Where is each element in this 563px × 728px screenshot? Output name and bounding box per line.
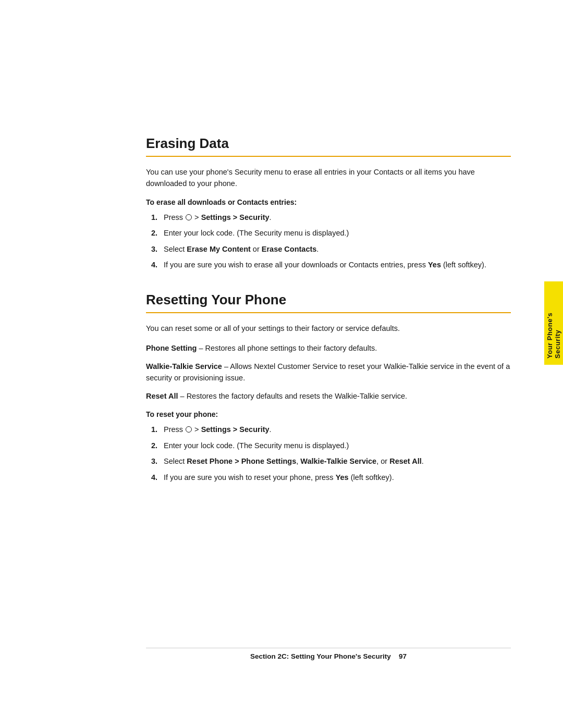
- page: Erasing Data You can use your phone's Se…: [0, 0, 563, 728]
- resetting-step-1: 1. Press > Settings > Security.: [151, 424, 511, 435]
- term-walkie-talkie: Walkie-Talkie Service: [146, 362, 222, 371]
- definition-phone-setting: Phone Setting – Restores all phone setti…: [146, 342, 511, 354]
- step-number: 3.: [151, 243, 157, 255]
- step-text-before: Select: [164, 245, 187, 253]
- step-text-after: .: [316, 245, 319, 253]
- erasing-sub-heading: To erase all downloads or Contacts entri…: [146, 198, 511, 206]
- resetting-step-2: 2. Enter your lock code. (The Security m…: [151, 440, 511, 451]
- step-text: Enter your lock code. (The Security menu…: [164, 441, 349, 450]
- side-tab-label: Your Phone's Security: [546, 288, 561, 359]
- step-number: 1.: [151, 212, 157, 223]
- definition-list: Phone Setting – Restores all phone setti…: [146, 342, 511, 402]
- step-bold2: Walkie-Talkie Service: [300, 457, 376, 465]
- step-text-after: .: [270, 213, 272, 221]
- step-number: 2.: [151, 227, 157, 239]
- step-bold3: Reset All: [389, 457, 422, 465]
- erasing-title: Erasing Data: [146, 135, 511, 157]
- step-text-before: Press: [164, 425, 185, 434]
- step-text-after: (left softkey).: [349, 473, 394, 482]
- resetting-intro: You can reset some or all of your settin…: [146, 323, 511, 334]
- side-tab: Your Phone's Security: [544, 281, 563, 365]
- step-bold: Yes: [336, 473, 349, 482]
- erasing-data-section: Erasing Data You can use your phone's Se…: [146, 135, 511, 271]
- step-bold2: Erase Contacts: [262, 245, 317, 253]
- menu-circle-icon: [186, 214, 192, 220]
- page-footer: Section 2C: Setting Your Phone's Securit…: [146, 648, 511, 660]
- step-text-before: Press: [164, 213, 185, 221]
- step-text-before: If you are sure you wish to erase all yo…: [164, 261, 428, 269]
- step-bold1: Erase My Content: [187, 245, 250, 253]
- step-text-before: If you are sure you wish to reset your p…: [164, 473, 336, 482]
- step-text-middle: >: [192, 425, 201, 434]
- footer-text: Section 2C: Setting Your Phone's Securit…: [250, 652, 391, 660]
- definition-reset-all: Reset All – Restores the factory default…: [146, 390, 511, 402]
- step-number: 4.: [151, 259, 157, 270]
- step-text-mid2: , or: [376, 457, 389, 465]
- erasing-step-1: 1. Press > Settings > Security.: [151, 212, 511, 223]
- step-text: Enter your lock code. (The Security menu…: [164, 229, 349, 237]
- def-description: Restores the factory defaults and resets…: [187, 392, 407, 400]
- step-bold: Yes: [428, 261, 441, 269]
- step-number: 2.: [151, 440, 157, 451]
- def-separator: –: [197, 344, 205, 352]
- def-separator: –: [222, 362, 230, 371]
- def-description: Restores all phone settings to their fac…: [205, 344, 377, 352]
- step-bold: Settings > Security: [201, 425, 270, 434]
- definition-walkie-talkie: Walkie-Talkie Service – Allows Nextel Cu…: [146, 361, 511, 384]
- erasing-step-4: 4. If you are sure you wish to erase all…: [151, 259, 511, 270]
- resetting-sub-heading: To reset your phone:: [146, 410, 511, 418]
- step-bold1: Reset Phone > Phone Settings: [187, 457, 296, 465]
- resetting-step-4: 4. If you are sure you wish to reset you…: [151, 472, 511, 483]
- step-number: 4.: [151, 472, 157, 483]
- resetting-title: Resetting Your Phone: [146, 292, 511, 313]
- erasing-step-2: 2. Enter your lock code. (The Security m…: [151, 227, 511, 239]
- step-text-after: (left softkey).: [441, 261, 486, 269]
- step-text-after: .: [422, 457, 424, 465]
- erasing-intro: You can use your phone's Security menu t…: [146, 166, 511, 190]
- content-area: Erasing Data You can use your phone's Se…: [146, 135, 511, 483]
- term-phone-setting: Phone Setting: [146, 344, 197, 352]
- term-reset-all: Reset All: [146, 392, 178, 400]
- step-text-before: Select: [164, 457, 187, 465]
- resetting-steps-list: 1. Press > Settings > Security. 2. Enter…: [151, 424, 511, 483]
- resetting-phone-section: Resetting Your Phone You can reset some …: [146, 292, 511, 483]
- step-text-middle: >: [192, 213, 201, 221]
- erasing-step-3: 3. Select Erase My Content or Erase Cont…: [151, 243, 511, 255]
- step-number: 3.: [151, 455, 157, 467]
- resetting-step-3: 3. Select Reset Phone > Phone Settings, …: [151, 455, 511, 467]
- step-number: 1.: [151, 424, 157, 435]
- step-text-middle: or: [251, 245, 262, 253]
- step-text-after: .: [270, 425, 272, 434]
- erasing-steps-list: 1. Press > Settings > Security. 2. Enter…: [151, 212, 511, 271]
- footer-page-number: 97: [399, 652, 407, 660]
- def-separator: –: [178, 392, 187, 400]
- menu-circle-icon: [186, 426, 192, 433]
- step-bold: Settings > Security: [201, 213, 270, 221]
